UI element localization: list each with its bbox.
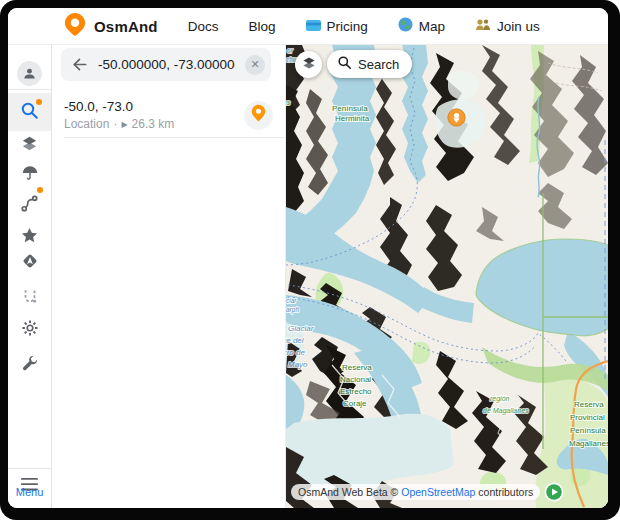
map-label-glacier: rro de (286, 348, 305, 357)
map-search-button[interactable]: Search (327, 50, 412, 78)
globe-icon (398, 17, 413, 35)
map-label-region: de Magallanes (483, 407, 529, 415)
sidebar-item-profile[interactable] (8, 57, 51, 89)
icon-rail: Menu (8, 45, 52, 508)
app-window: OsmAnd Docs Blog Pricing Map Join us (8, 8, 608, 508)
direction-arrow-icon: ▶ (121, 120, 127, 129)
map-label-glacier: te del (286, 336, 304, 345)
result-separator: · (113, 117, 117, 131)
app-frame: OsmAnd Docs Blog Pricing Map Join us (0, 0, 620, 520)
sidebar-item-tracks[interactable] (8, 282, 51, 314)
sidebar-item-navigation[interactable] (8, 247, 51, 279)
sidebar-item-weather[interactable] (8, 159, 51, 191)
attribution-text: OsmAnd Web Beta © OpenStreetMap contribu… (291, 484, 540, 500)
search-badge (36, 99, 42, 105)
routes-icon (20, 194, 39, 217)
brand-home-link[interactable]: OsmAnd (64, 12, 158, 40)
result-distance: 26.3 km (132, 117, 175, 131)
people-icon (475, 18, 491, 34)
wrench-icon (21, 354, 39, 376)
back-arrow-icon[interactable] (71, 56, 88, 73)
play-button[interactable] (544, 482, 564, 502)
layers-icon (301, 55, 317, 75)
location-pin-icon (251, 104, 266, 126)
routes-badge (37, 187, 43, 193)
brand-name: OsmAnd (94, 18, 158, 35)
map-label-reserva-nacional: Nacional (340, 375, 371, 384)
map-label-peninsula: Herminita (335, 114, 370, 123)
menu-label[interactable]: Menu (8, 486, 51, 498)
search-bar: ✕ (61, 48, 271, 81)
rail-divider-bottom (8, 468, 51, 469)
search-icon (337, 55, 352, 73)
content-row: Menu ✕ -50.0, -73.0 Location · ▶ 26.3 (8, 45, 608, 508)
osmand-logo-icon (64, 12, 86, 40)
profile-icon (17, 61, 42, 86)
layers-icon (20, 134, 39, 157)
map-label-reserva-provincial: Península (570, 426, 606, 435)
weather-umbrella-icon (21, 164, 39, 186)
nav-link-blog[interactable]: Blog (248, 19, 275, 34)
star-icon (20, 226, 39, 249)
sidebar-item-tools[interactable] (8, 349, 51, 381)
pricing-card-icon (306, 19, 321, 34)
nav-link-pricing[interactable]: Pricing (306, 19, 368, 34)
map-label-glacier-fragment: arph (286, 306, 299, 314)
map-label-peninsula: Península (332, 104, 368, 113)
sidebar-item-settings[interactable] (8, 314, 51, 346)
result-type: Location (64, 117, 109, 131)
map-marker[interactable] (446, 107, 467, 132)
result-title: -50.0, -73.0 (64, 99, 244, 114)
result-pin-button[interactable] (244, 101, 273, 130)
sidebar-item-routes[interactable] (8, 189, 51, 221)
result-text: -50.0, -73.0 Location · ▶ 26.3 km (64, 99, 244, 131)
map-label-ohiggins: O'Higgins (286, 99, 291, 107)
nav-link-map[interactable]: Map (398, 17, 445, 35)
map-search-label: Search (358, 57, 399, 72)
map-layers-button[interactable] (295, 51, 322, 78)
top-navbar: OsmAnd Docs Blog Pricing Map Join us (8, 8, 608, 45)
map-label-region: región (490, 395, 510, 403)
openstreetmap-link[interactable]: OpenStreetMap (401, 486, 475, 498)
gear-icon (21, 319, 39, 341)
search-input[interactable] (96, 56, 237, 73)
panel-divider (64, 137, 285, 138)
search-panel: ✕ -50.0, -73.0 Location · ▶ 26.3 km (52, 45, 286, 508)
map-label-reserva-provincial: Provincial (570, 413, 605, 422)
map-viewport[interactable]: or chu O'Higgins Península Herminita cia… (286, 45, 608, 508)
navigation-icon (21, 252, 39, 274)
map-label-reserva-nacional: Estrecho (340, 387, 372, 396)
result-subtitle: Location · ▶ 26.3 km (64, 117, 244, 131)
map-attribution: OsmAnd Web Beta © OpenStreetMap contribu… (291, 482, 564, 502)
search-result-item[interactable]: -50.0, -73.0 Location · ▶ 26.3 km (52, 93, 285, 137)
map-label-fragment: or (287, 47, 294, 54)
map-label-glacier-fragment: ciar (286, 297, 297, 304)
map-label-reserva-nacional: Reserva (342, 363, 372, 372)
nav-link-docs[interactable]: Docs (188, 19, 219, 34)
rail-divider (8, 89, 51, 90)
tracks-icon (21, 287, 39, 309)
map-label-reserva-provincial: Magallanes (569, 439, 608, 448)
map-label-reserva-nacional: Coraje (343, 399, 367, 408)
sidebar-item-layers[interactable] (8, 129, 51, 161)
map-label-glacier: Mayo (288, 360, 308, 369)
map-label-glacier: Glaciar (288, 324, 314, 333)
map-label-reserva-provincial: Reserva (574, 400, 604, 409)
sidebar-item-search[interactable] (8, 96, 51, 128)
clear-search-icon[interactable]: ✕ (245, 55, 265, 75)
nav-link-join-us[interactable]: Join us (475, 18, 540, 34)
